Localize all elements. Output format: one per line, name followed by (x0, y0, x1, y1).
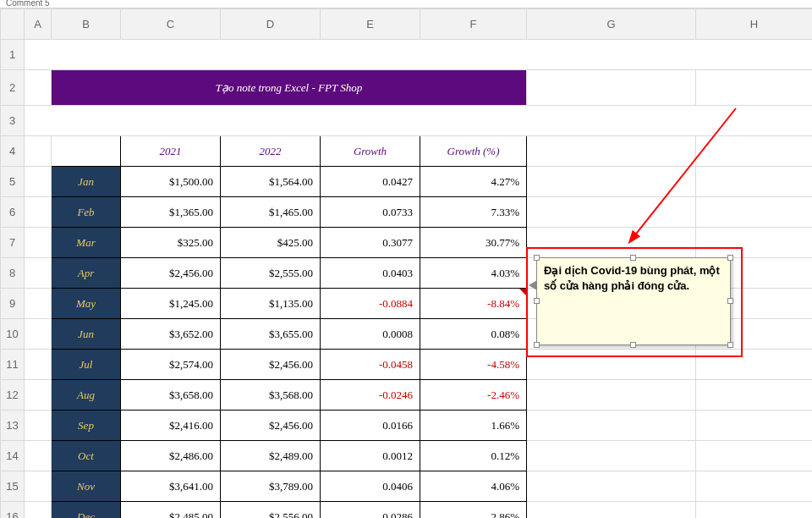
grid-row[interactable]: 7Mar$325.00$425.000.307730.77% (1, 228, 813, 258)
row-header[interactable]: 8 (1, 258, 25, 289)
value-growth-pct[interactable]: 0.08% (420, 319, 527, 350)
cell[interactable] (696, 411, 813, 441)
value-growth[interactable]: 0.0008 (321, 319, 420, 350)
month-cell[interactable]: May (52, 289, 121, 319)
select-all-corner[interactable] (1, 9, 25, 40)
row-header[interactable]: 14 (1, 441, 25, 471)
cell[interactable] (52, 136, 121, 167)
cell[interactable] (527, 471, 696, 502)
value-growth-pct[interactable]: 4.03% (420, 258, 527, 289)
grid-row[interactable]: 6Feb$1,365.00$1,465.000.07337.33% (1, 197, 813, 228)
month-cell[interactable]: Apr (52, 258, 121, 289)
value-2021[interactable]: $1,500.00 (121, 167, 221, 197)
cell[interactable] (527, 380, 696, 411)
grid-row[interactable]: 12Aug$3,658.00$3,568.00-0.0246-2.46% (1, 380, 813, 411)
value-2022[interactable]: $1,465.00 (221, 197, 321, 228)
row-header[interactable]: 9 (1, 289, 25, 319)
table-header-growth[interactable]: Growth (321, 136, 420, 167)
cell[interactable] (527, 228, 696, 258)
resize-handle[interactable] (727, 342, 733, 348)
cell[interactable] (25, 289, 52, 319)
value-growth-pct[interactable]: 1.66% (420, 411, 527, 441)
resize-handle[interactable] (727, 298, 733, 304)
month-cell[interactable]: Feb (52, 197, 121, 228)
value-growth-pct[interactable]: 2.86% (420, 502, 527, 519)
resize-handle[interactable] (534, 255, 540, 261)
value-2021[interactable]: $3,658.00 (121, 380, 221, 411)
value-growth[interactable]: 0.0406 (321, 471, 420, 502)
worksheet[interactable]: A B C D E F G H 12Tạo note trong Excel -… (0, 8, 812, 518)
table-header-2022[interactable]: 2022 (221, 136, 321, 167)
row-header[interactable]: 11 (1, 350, 25, 380)
row-header[interactable]: 15 (1, 471, 25, 502)
month-cell[interactable]: Nov (52, 471, 121, 502)
resize-handle[interactable] (534, 342, 540, 348)
value-growth[interactable]: -0.0884 (321, 289, 420, 319)
cell[interactable] (696, 70, 813, 106)
value-2021[interactable]: $2,486.00 (121, 441, 221, 471)
grid-row[interactable]: 15Nov$3,641.00$3,789.000.04064.06% (1, 471, 813, 502)
month-cell[interactable]: Jul (52, 350, 121, 380)
cell[interactable] (25, 167, 52, 197)
cell[interactable] (696, 471, 813, 502)
value-growth-pct[interactable]: 7.33% (420, 197, 527, 228)
cell[interactable] (527, 70, 696, 106)
comment-indicator-icon[interactable] (519, 289, 526, 295)
value-2022[interactable]: $3,655.00 (221, 319, 321, 350)
value-growth[interactable]: 0.0286 (321, 502, 420, 519)
value-2022[interactable]: $2,555.00 (221, 258, 321, 289)
cell[interactable] (25, 502, 52, 519)
cell[interactable] (25, 258, 52, 289)
table-header-growth-pct[interactable]: Growth (%) (420, 136, 527, 167)
value-2021[interactable]: $325.00 (121, 228, 221, 258)
resize-handle[interactable] (727, 255, 733, 261)
cell[interactable] (696, 441, 813, 471)
value-2021[interactable]: $2,574.00 (121, 350, 221, 380)
cell[interactable] (25, 228, 52, 258)
grid-row[interactable]: 13Sep$2,416.00$2,456.000.01661.66% (1, 411, 813, 441)
cell[interactable] (527, 136, 696, 167)
col-header[interactable]: B (52, 9, 121, 40)
cell[interactable] (25, 350, 52, 380)
cell[interactable] (25, 441, 52, 471)
month-cell[interactable]: Aug (52, 380, 121, 411)
value-growth[interactable]: 0.0166 (321, 411, 420, 441)
cell[interactable] (527, 411, 696, 441)
col-header[interactable]: C (121, 9, 221, 40)
cell[interactable] (25, 70, 52, 106)
cell[interactable] (527, 167, 696, 197)
row-header[interactable]: 6 (1, 197, 25, 228)
value-2022[interactable]: $1,564.00 (221, 167, 321, 197)
cell[interactable] (527, 197, 696, 228)
value-growth[interactable]: -0.0458 (321, 350, 420, 380)
value-growth-pct[interactable]: 30.77% (420, 228, 527, 258)
value-growth-pct[interactable]: 0.12% (420, 441, 527, 471)
value-growth[interactable]: 0.3077 (321, 228, 420, 258)
value-growth-pct[interactable]: -2.46% (420, 380, 527, 411)
value-2022[interactable]: $3,789.00 (221, 471, 321, 502)
cell[interactable] (527, 441, 696, 471)
value-2022[interactable]: $2,456.00 (221, 411, 321, 441)
row-header[interactable]: 7 (1, 228, 25, 258)
month-cell[interactable]: Oct (52, 441, 121, 471)
col-header[interactable]: A (25, 9, 52, 40)
month-cell[interactable]: Mar (52, 228, 121, 258)
row-header[interactable]: 16 (1, 502, 25, 519)
value-2022[interactable]: $2,456.00 (221, 350, 321, 380)
col-header[interactable]: D (221, 9, 321, 40)
cell[interactable] (25, 411, 52, 441)
value-2021[interactable]: $2,456.00 (121, 258, 221, 289)
value-growth[interactable]: -0.0246 (321, 380, 420, 411)
grid-row[interactable]: 16Dec$2,485.00$2,556.000.02862.86% (1, 502, 813, 519)
page-title[interactable]: Tạo note trong Excel - FPT Shop (52, 70, 527, 106)
cell[interactable] (25, 380, 52, 411)
value-growth[interactable]: 0.0733 (321, 197, 420, 228)
grid-row[interactable]: 3 (1, 106, 813, 136)
cell[interactable] (696, 167, 813, 197)
cell[interactable] (527, 502, 696, 519)
value-2022[interactable]: $1,135.00 (221, 289, 321, 319)
grid-row[interactable]: 5Jan$1,500.00$1,564.000.04274.27% (1, 167, 813, 197)
value-2021[interactable]: $1,365.00 (121, 197, 221, 228)
resize-handle[interactable] (630, 342, 636, 348)
grid-row[interactable]: 2Tạo note trong Excel - FPT Shop (1, 70, 813, 106)
